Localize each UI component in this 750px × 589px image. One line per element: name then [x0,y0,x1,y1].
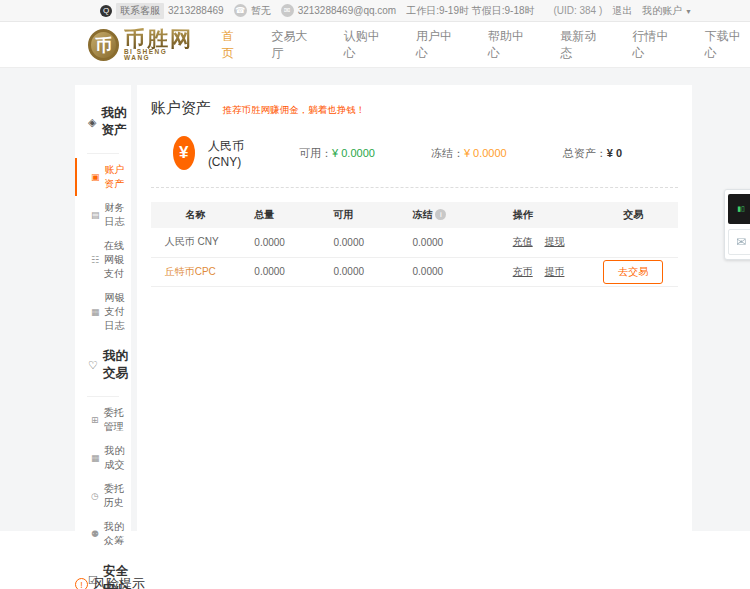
site-header: 币 币胜网 BI SHENG WANG 首页 交易大厅 认购中心 用户中心 帮助… [0,22,750,68]
frozen-value: ¥ 0.0000 [464,147,507,159]
asset-trade-cell: 去交易 [588,257,678,286]
qq-icon: Q [100,5,112,17]
logout-link[interactable]: 退出 [612,4,632,18]
sidebar-item-order-management[interactable]: ⊞ 委托管理 [75,401,131,439]
coins-icon: ◈ [88,116,96,129]
available-value: ¥ 0.0000 [332,147,375,159]
col-name: 名称 [151,202,241,228]
asset-actions: 充币 提币 [499,257,589,286]
sidebar-item-online-bank-pay[interactable]: ☷ 在线网银支付 [75,234,131,286]
site-logo[interactable]: 币 币胜网 BI SHENG WANG [88,28,194,62]
sidebar-item-account-assets[interactable]: ▣ 账户资产 [75,158,131,196]
currency-name: 人民币(CNY) [208,138,253,169]
main-nav: 首页 交易大厅 认购中心 用户中心 帮助中心 最新动态 行情中心 下载中心 [222,28,750,62]
sidebar-item-my-crowdfunding[interactable]: ⚉ 我的众筹 [75,515,131,553]
asset-available: 0.0000 [319,228,398,257]
phone-value: 暂无 [251,4,271,18]
logo-title: 币胜网 [124,28,194,49]
col-total: 总量 [240,202,319,228]
my-account-menu[interactable]: 我的账户 ▼ [642,4,692,18]
asset-frozen: 0.0000 [399,257,499,286]
asset-total: 0.0000 [240,257,319,286]
clock-icon: ◷ [91,491,99,501]
col-frozen: 冻结 i [399,202,499,228]
nav-subscription-center[interactable]: 认购中心 [344,28,389,62]
asset-total: 0.0000 [240,228,319,257]
divider [151,187,678,188]
section-title: 我的交易 [103,348,131,382]
info-icon[interactable]: i [435,209,446,220]
col-available: 可用 [319,202,398,228]
asset-trade-cell [588,228,678,257]
nav-download-center[interactable]: 下载中心 [705,28,750,62]
uid-label: (UID: 384 ) [553,5,602,16]
total-label: 总资产： [563,147,607,159]
chevron-down-icon: ▼ [685,8,692,15]
warning-icon: ! [75,578,88,589]
table-row: 丘特币CPC 0.0000 0.0000 0.0000 充币 提币 去交易 [151,257,678,286]
page-title: 账户资产 [151,99,211,118]
frozen-label: 冻结： [431,147,464,159]
nav-help-center[interactable]: 帮助中心 [488,28,533,62]
withdraw-link[interactable]: 提现 [544,236,564,247]
phone-icon: ☎ [234,4,247,17]
sidebar-section-my-trades: ♡ 我的交易 [75,338,131,390]
sidebar-item-finance-log[interactable]: ▤ 财务日志 [75,196,131,234]
section-title: 我的资产 [101,105,130,139]
asset-actions: 充值 提现 [499,228,589,257]
contact-service-badge[interactable]: 联系客服 [116,3,164,19]
nav-market-center[interactable]: 行情中心 [633,28,678,62]
asset-summary: ¥ 人民币(CNY) 可用：¥ 0.0000 冻结：¥ 0.0000 总资产：¥… [173,136,678,170]
sidebar-item-order-history[interactable]: ◷ 委托历史 [75,477,131,515]
nav-home[interactable]: 首页 [222,28,245,62]
deals-icon: ▦ [91,453,100,463]
nav-trading-hall[interactable]: 交易大厅 [271,28,316,62]
qq-number: 3213288469 [168,5,224,16]
log-icon: ▦ [91,307,100,317]
account-assets-panel: 账户资产 推荐币胜网赚佣金，躺着也挣钱！ ¥ 人民币(CNY) 可用：¥ 0.0… [137,85,692,531]
sidebar-item-my-deals[interactable]: ▦ 我的成交 [75,439,131,477]
ledger-icon: ▤ [91,210,100,220]
topbar: Q 联系客服 3213288469 ☎ 暂无 ✉ 3213288469@qq.c… [0,0,750,22]
crowd-icon: ⚉ [91,529,99,539]
page-body: ◈ 我的资产 ▣ 账户资产 ▤ 财务日志 ☷ 在线网银支付 ▦ 网银支付日志 ♡… [0,68,750,531]
message-service-icon[interactable]: ✉ [728,229,750,255]
my-account-label: 我的账户 [642,5,682,16]
col-trade: 交易 [588,202,678,228]
asset-name: 丘特币CPC [151,257,241,286]
service-email: 3213288469@qq.com [298,5,397,16]
total-value: ¥ 0 [607,147,622,159]
sidebar-item-bank-pay-log[interactable]: ▦ 网银支付日志 [75,286,131,338]
asset-available: 0.0000 [319,257,398,286]
sidebar: ◈ 我的资产 ▣ 账户资产 ▤ 财务日志 ☷ 在线网银支付 ▦ 网银支付日志 ♡… [75,85,131,589]
withdraw-coin-link[interactable]: 提币 [544,266,564,277]
promo-text: 推荐币胜网赚佣金，躺着也挣钱！ [223,104,366,117]
logo-coin-icon: 币 [88,29,119,61]
mail-icon: ✉ [281,4,294,17]
nav-latest-news[interactable]: 最新动态 [560,28,605,62]
deposit-link[interactable]: 充值 [513,236,533,247]
coin-link[interactable]: 丘特币CPC [165,266,216,277]
floating-service-widget[interactable]: ▮▯ ✉ [724,189,750,260]
badge-heart-icon: ♡ [88,359,98,372]
asset-name: 人民币 CNY [151,228,241,257]
go-trade-button[interactable]: 去交易 [603,260,663,284]
risk-title: 风险提示 [93,575,145,589]
col-actions: 操作 [499,202,589,228]
deposit-coin-link[interactable]: 充币 [513,266,533,277]
nav-user-center[interactable]: 用户中心 [416,28,461,62]
table-row: 人民币 CNY 0.0000 0.0000 0.0000 充值 提现 [151,228,678,257]
asset-frozen: 0.0000 [399,228,499,257]
wallet-icon: ▣ [91,172,100,182]
available-label: 可用： [299,147,332,159]
bank-pay-icon: ☷ [91,255,99,265]
yen-badge-icon: ¥ [173,136,195,170]
sidebar-section-my-assets: ◈ 我的资产 [75,95,131,147]
qq-service-icon[interactable]: ▮▯ [728,194,750,224]
assets-table: 名称 总量 可用 冻结 i 操作 交易 人民币 CNY 0.0000 0.000… [151,202,678,287]
table-header-row: 名称 总量 可用 冻结 i 操作 交易 [151,202,678,228]
logo-subtitle: BI SHENG WANG [124,49,194,62]
order-icon: ⊞ [91,415,99,425]
service-hours: 工作日:9-19时 节假日:9-18时 [406,4,534,18]
